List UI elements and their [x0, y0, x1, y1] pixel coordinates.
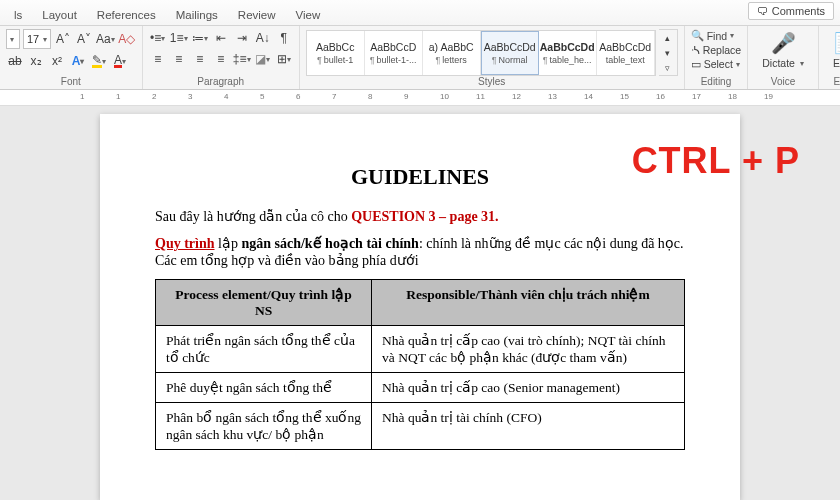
table-header-2: Responsible/Thành viên chịu trách nhiệm — [372, 280, 685, 326]
align-left-button[interactable]: ≡ — [149, 50, 167, 68]
tab-partial[interactable]: ls — [4, 5, 32, 25]
doc-table: Process element/Quy trình lập NS Respons… — [155, 279, 685, 450]
group-editor: 📝 Editor Editor — [819, 26, 840, 89]
ruler-tick: 12 — [512, 92, 521, 101]
dictate-button[interactable]: Dictate▾ — [762, 57, 804, 69]
ruler-tick: 1 — [116, 92, 120, 101]
group-paragraph: •≡▾ 1≡▾ ≔▾ ⇤ ⇥ A↓ ¶ ≡ ≡ ≡ ≡ ‡≡▾ ◪▾ ⊞▾ Pa… — [143, 26, 300, 89]
style-table-header[interactable]: AaBbCcDd ¶table_he... — [539, 31, 597, 75]
comments-button[interactable]: 🗨 Comments — [748, 2, 834, 20]
ruler-tick: 3 — [188, 92, 192, 101]
font-name-box[interactable]: ▾ — [6, 29, 20, 49]
ruler-tick: 16 — [656, 92, 665, 101]
group-font: ▾ 17▾ A˄ A˅ Aa▾ A◇ ab x₂ x² A▾ ✎▾ A▾ Fon… — [0, 26, 143, 89]
multilevel-button[interactable]: ≔▾ — [191, 29, 209, 47]
select-button[interactable]: ▭Select▾ — [691, 58, 742, 70]
change-case-button[interactable]: Aa▾ — [96, 30, 115, 48]
doc-title: GUIDELINES — [155, 164, 685, 190]
style-normal[interactable]: AaBbCcDd ¶Normal — [481, 31, 539, 75]
group-label-editing: Editing — [691, 76, 742, 88]
group-label-editor: Editor — [825, 76, 840, 88]
ruler-tick: 5 — [260, 92, 264, 101]
search-icon: 🔍 — [691, 29, 704, 42]
ruler-tick: 13 — [548, 92, 557, 101]
group-styles: AaBbCc ¶bullet-1 AaBbCcD ¶bullet-1-... a… — [300, 26, 685, 89]
replace-button[interactable]: ᔀReplace — [691, 44, 742, 56]
table-header-1: Process element/Quy trình lập NS — [156, 280, 372, 326]
borders-button[interactable]: ⊞▾ — [275, 50, 293, 68]
tab-mailings[interactable]: Mailings — [166, 5, 228, 25]
editor-button[interactable]: Editor — [833, 57, 840, 69]
pilcrow-icon: ¶ — [492, 55, 497, 65]
numbering-button[interactable]: 1≡▾ — [170, 29, 188, 47]
decrease-indent-button[interactable]: ⇤ — [212, 29, 230, 47]
increase-indent-button[interactable]: ⇥ — [233, 29, 251, 47]
ruler-tick: 9 — [404, 92, 408, 101]
bullets-button[interactable]: •≡▾ — [149, 29, 167, 47]
ruler-tick: 8 — [368, 92, 372, 101]
styles-scroll-down[interactable]: ▾ — [659, 45, 677, 60]
ruler-tick: 11 — [476, 92, 485, 101]
ruler-tick: 2 — [152, 92, 156, 101]
ribbon: ▾ 17▾ A˄ A˅ Aa▾ A◇ ab x₂ x² A▾ ✎▾ A▾ Fon… — [0, 26, 840, 90]
font-size-box[interactable]: 17▾ — [23, 29, 51, 49]
font-size-value: 17 — [27, 33, 39, 45]
subscript-button[interactable]: x₂ — [27, 52, 45, 70]
microphone-icon: 🎤 — [771, 31, 796, 55]
clear-formatting-button[interactable]: A◇ — [118, 30, 136, 48]
doc-intro: Sau đây là hướng dẫn của cô cho QUESTION… — [155, 208, 685, 225]
horizontal-ruler[interactable]: 112345678910111213141516171819 — [0, 90, 840, 106]
tab-review[interactable]: Review — [228, 5, 286, 25]
show-marks-button[interactable]: ¶ — [275, 29, 293, 47]
strikethrough-button[interactable]: ab — [6, 52, 24, 70]
group-label-font: Font — [6, 76, 136, 88]
pilcrow-icon: ¶ — [370, 55, 375, 65]
align-right-button[interactable]: ≡ — [191, 50, 209, 68]
group-editing: 🔍Find▾ ᔀReplace ▭Select▾ Editing — [685, 26, 749, 89]
styles-scroll-up[interactable]: ▴ — [659, 30, 677, 45]
table-header-row: Process element/Quy trình lập NS Respons… — [156, 280, 685, 326]
style-table-text[interactable]: AaBbCcDd table_text — [597, 31, 655, 75]
style-letters[interactable]: a) AaBbC ¶letters — [423, 31, 481, 75]
ruler-tick: 4 — [224, 92, 228, 101]
highlight-button[interactable]: ✎▾ — [90, 52, 108, 70]
shrink-font-button[interactable]: A˅ — [75, 30, 93, 48]
grow-font-button[interactable]: A˄ — [54, 30, 72, 48]
ruler-tick: 15 — [620, 92, 629, 101]
editor-icon: 📝 — [834, 31, 840, 55]
justify-button[interactable]: ≡ — [212, 50, 230, 68]
tab-layout[interactable]: Layout — [32, 5, 87, 25]
ruler-tick: 19 — [764, 92, 773, 101]
style-bullet-1[interactable]: AaBbCc ¶bullet-1 — [307, 31, 365, 75]
text-effects-button[interactable]: A▾ — [69, 52, 87, 70]
table-row: Phát triển ngân sách tổng thể của tổ chứ… — [156, 326, 685, 373]
doc-paragraph-2: Quy trình lập ngân sách/kế hoạch tài chí… — [155, 235, 685, 269]
pilcrow-icon: ¶ — [543, 55, 548, 65]
sort-button[interactable]: A↓ — [254, 29, 272, 47]
group-voice: 🎤 Dictate▾ Voice — [748, 26, 819, 89]
pilcrow-icon: ¶ — [317, 55, 322, 65]
style-bullet-1b[interactable]: AaBbCcD ¶bullet-1-... — [365, 31, 423, 75]
ruler-tick: 17 — [692, 92, 701, 101]
ruler-tick: 18 — [728, 92, 737, 101]
shading-button[interactable]: ◪▾ — [254, 50, 272, 68]
ruler-tick: 10 — [440, 92, 449, 101]
group-label-voice: Voice — [754, 76, 812, 88]
ribbon-tabbar: ls Layout References Mailings Review Vie… — [0, 0, 840, 26]
tab-references[interactable]: References — [87, 5, 166, 25]
align-center-button[interactable]: ≡ — [170, 50, 188, 68]
table-row: Phê duyệt ngân sách tổng thể Nhà quản tr… — [156, 373, 685, 403]
ruler-tick: 7 — [332, 92, 336, 101]
shortcut-overlay: CTRL + P — [632, 140, 800, 182]
tab-view[interactable]: View — [286, 5, 331, 25]
font-color-button[interactable]: A▾ — [111, 52, 129, 70]
superscript-button[interactable]: x² — [48, 52, 66, 70]
line-spacing-button[interactable]: ‡≡▾ — [233, 50, 251, 68]
replace-icon: ᔀ — [691, 44, 700, 56]
styles-gallery[interactable]: AaBbCc ¶bullet-1 AaBbCcD ¶bullet-1-... a… — [306, 30, 656, 76]
find-button[interactable]: 🔍Find▾ — [691, 29, 742, 42]
ruler-tick: 1 — [80, 92, 84, 101]
ruler-tick: 6 — [296, 92, 300, 101]
pilcrow-icon: ¶ — [436, 55, 441, 65]
styles-expand[interactable]: ▿ — [659, 60, 677, 75]
